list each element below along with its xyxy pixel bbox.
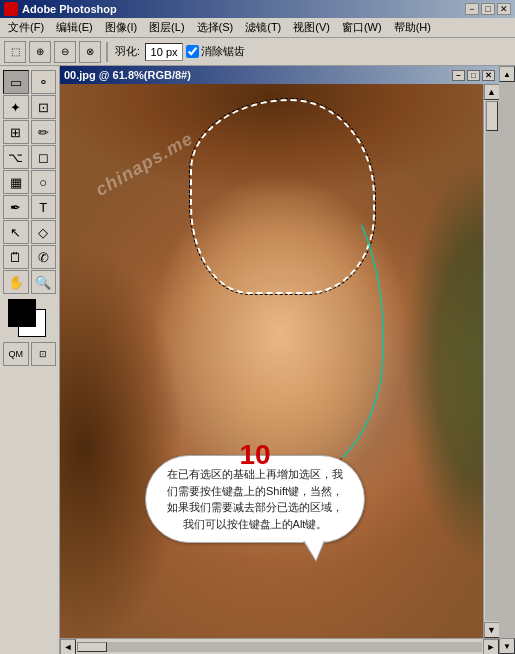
selection-marquee xyxy=(190,99,375,294)
image-scroll-area: chinaps.me 10 在已有选区的基础上再增加选区，我们需要按住键盘上的S… xyxy=(60,84,499,638)
callout-text: 在已有选区的基础上再增加选区，我们需要按住键盘上的Shift键，当然，如果我们需… xyxy=(167,468,343,530)
image-close-button[interactable]: ✕ xyxy=(482,70,495,81)
tool-row-2: ✦ ⊡ xyxy=(3,95,56,119)
feather-label: 羽化: xyxy=(115,44,140,59)
subtract-selection-btn[interactable]: ⊖ xyxy=(54,41,76,63)
screen-mode-btn[interactable]: ⊡ xyxy=(31,342,57,366)
menu-layer[interactable]: 图层(L) xyxy=(143,18,190,37)
notes-tool[interactable]: 🗒 xyxy=(3,245,29,269)
hand-tool[interactable]: ✋ xyxy=(3,270,29,294)
color-swatches[interactable] xyxy=(8,299,52,337)
tool-row-5: ▦ ○ xyxy=(3,170,56,194)
clone-tool[interactable]: ⌥ xyxy=(3,145,29,169)
magic-wand-tool[interactable]: ✦ xyxy=(3,95,29,119)
marquee-tool[interactable]: ▭ xyxy=(3,70,29,94)
panel-track xyxy=(499,82,515,638)
callout-bubble: 10 在已有选区的基础上再增加选区，我们需要按住键盘上的Shift键，当然，如果… xyxy=(145,455,365,543)
maximize-button[interactable]: □ xyxy=(481,3,495,15)
new-selection-btn[interactable]: ⬚ xyxy=(4,41,26,63)
panel-scroll-up[interactable]: ▲ xyxy=(499,66,515,82)
patch-tool[interactable]: ⊞ xyxy=(3,120,29,144)
tool-row-3: ⊞ ✏ xyxy=(3,120,56,144)
callout-number: 10 xyxy=(239,434,270,476)
app-title: Adobe Photoshop xyxy=(22,3,465,15)
tool-row-8: 🗒 ✆ xyxy=(3,245,56,269)
background-right xyxy=(403,84,483,638)
toolbox: ▭ ⚬ ✦ ⊡ ⊞ ✏ ⌥ ◻ ▦ ○ ✒ T ↖ ◇ 🗒 ✆ xyxy=(0,66,60,654)
scroll-track-vertical[interactable] xyxy=(485,101,499,621)
antialias-label: 消除锯齿 xyxy=(201,44,245,59)
menu-window[interactable]: 窗口(W) xyxy=(336,18,388,37)
menu-view[interactable]: 视图(V) xyxy=(287,18,336,37)
gradient-tool[interactable]: ▦ xyxy=(3,170,29,194)
mode-row: QM ⊡ xyxy=(3,342,56,366)
main-area: ▭ ⚬ ✦ ⊡ ⊞ ✏ ⌥ ◻ ▦ ○ ✒ T ↖ ◇ 🗒 ✆ xyxy=(0,66,515,654)
eyedropper-tool[interactable]: ✆ xyxy=(31,245,57,269)
toolbar-separator xyxy=(106,42,108,62)
foreground-color[interactable] xyxy=(8,299,36,327)
menu-filter[interactable]: 滤镜(T) xyxy=(239,18,287,37)
panel-scroll-down[interactable]: ▼ xyxy=(499,638,515,654)
right-panel: ▲ ▼ xyxy=(499,66,515,654)
pen-tool[interactable]: ✒ xyxy=(3,195,29,219)
menu-select[interactable]: 选择(S) xyxy=(191,18,240,37)
menu-bar: 文件(F) 编辑(E) 图像(I) 图层(L) 选择(S) 滤镜(T) 视图(V… xyxy=(0,18,515,38)
scroll-right-button[interactable]: ► xyxy=(483,639,499,655)
tool-row-6: ✒ T xyxy=(3,195,56,219)
scroll-thumb-vertical[interactable] xyxy=(486,101,498,131)
quick-mask-btn[interactable]: QM xyxy=(3,342,29,366)
image-minimize-button[interactable]: − xyxy=(452,70,465,81)
tool-row-9: ✋ 🔍 xyxy=(3,270,56,294)
scroll-up-button[interactable]: ▲ xyxy=(484,84,500,100)
horizontal-scrollbar[interactable]: ◄ ► xyxy=(60,638,499,654)
dodge-tool[interactable]: ○ xyxy=(31,170,57,194)
image-window: 00.jpg @ 61.8%(RGB/8#) − □ ✕ xyxy=(60,66,499,654)
tool-row-1: ▭ ⚬ xyxy=(3,70,56,94)
scroll-thumb-horizontal[interactable] xyxy=(77,642,107,652)
crop-tool[interactable]: ⊡ xyxy=(31,95,57,119)
brush-tool[interactable]: ✏ xyxy=(31,120,57,144)
close-button[interactable]: ✕ xyxy=(497,3,511,15)
image-title: 00.jpg @ 61.8%(RGB/8#) xyxy=(64,69,191,81)
window-controls: − □ ✕ xyxy=(465,3,511,15)
image-maximize-button[interactable]: □ xyxy=(467,70,480,81)
shape-tool[interactable]: ◇ xyxy=(31,220,57,244)
scroll-left-button[interactable]: ◄ xyxy=(60,639,76,655)
hair-left xyxy=(60,164,180,638)
menu-edit[interactable]: 编辑(E) xyxy=(50,18,99,37)
zoom-tool[interactable]: 🔍 xyxy=(31,270,57,294)
feather-input[interactable] xyxy=(145,43,183,61)
antialias-checkbox[interactable] xyxy=(186,45,199,58)
menu-help[interactable]: 帮助(H) xyxy=(388,18,437,37)
antialias-area: 消除锯齿 xyxy=(186,44,245,59)
menu-image[interactable]: 图像(I) xyxy=(99,18,143,37)
color-area xyxy=(3,299,56,337)
tool-row-4: ⌥ ◻ xyxy=(3,145,56,169)
menu-file[interactable]: 文件(F) xyxy=(2,18,50,37)
add-selection-btn[interactable]: ⊕ xyxy=(29,41,51,63)
image-canvas[interactable]: chinaps.me 10 在已有选区的基础上再增加选区，我们需要按住键盘上的S… xyxy=(60,84,483,638)
title-bar: Adobe Photoshop − □ ✕ xyxy=(0,0,515,18)
app-icon xyxy=(4,2,18,16)
eraser-tool[interactable]: ◻ xyxy=(31,145,57,169)
scroll-down-button[interactable]: ▼ xyxy=(484,622,500,638)
type-tool[interactable]: T xyxy=(31,195,57,219)
options-toolbar: ⬚ ⊕ ⊖ ⊗ 羽化: 消除锯齿 xyxy=(0,38,515,66)
minimize-button[interactable]: − xyxy=(465,3,479,15)
lasso-tool[interactable]: ⚬ xyxy=(31,70,57,94)
intersect-selection-btn[interactable]: ⊗ xyxy=(79,41,101,63)
vertical-scrollbar[interactable]: ▲ ▼ xyxy=(483,84,499,638)
tool-row-7: ↖ ◇ xyxy=(3,220,56,244)
scroll-track-horizontal[interactable] xyxy=(77,642,482,652)
image-window-controls: − □ ✕ xyxy=(452,70,495,81)
image-titlebar: 00.jpg @ 61.8%(RGB/8#) − □ ✕ xyxy=(60,66,499,84)
path-select-tool[interactable]: ↖ xyxy=(3,220,29,244)
